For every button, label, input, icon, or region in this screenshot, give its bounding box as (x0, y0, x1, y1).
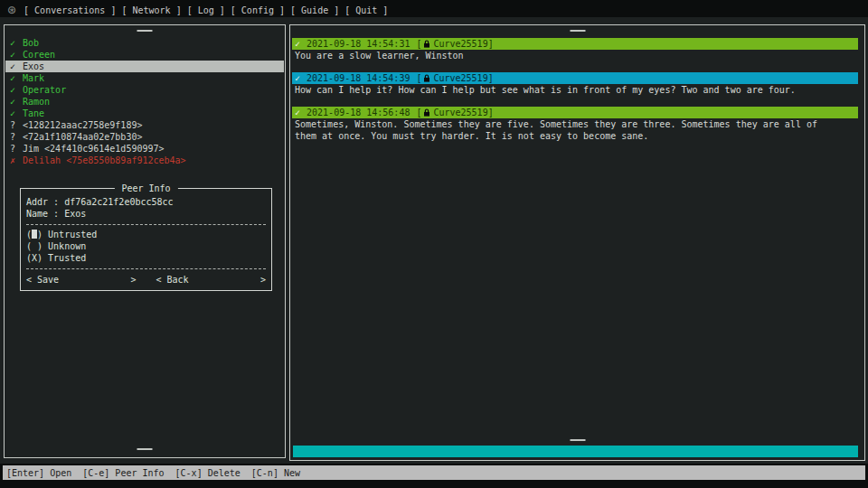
button-label: < Save (26, 274, 59, 286)
peer-row[interactable]: ✓Ramon (5, 96, 284, 108)
button-label: < Back (156, 274, 189, 286)
message: ✓2021-09-18 14:54:31[Curve25519]You are … (292, 38, 863, 61)
peer-name: Bob (23, 37, 39, 49)
scroll-indicator-top (137, 30, 153, 32)
message-body: Sometimes, Winston. Sometimes they are f… (292, 118, 835, 142)
dialog-title: Peer Info (114, 183, 177, 194)
menu-bar: ⊛ [ Conversations ][ Network ][ Log ][ C… (3, 3, 865, 17)
check-icon: ✓ (10, 72, 23, 84)
hint-open: [Enter] Open (6, 468, 71, 478)
back-button[interactable]: < Back> (156, 274, 267, 286)
hint-new: [C-n] New (251, 468, 300, 478)
message-header: ✓2021-09-18 14:54:31[Curve25519] (292, 38, 858, 50)
status-bar: [Enter] Open[C-e] Peer Info[C-x] Delete[… (3, 465, 865, 480)
button-arrow: > (260, 274, 266, 286)
question-icon: ? (10, 119, 23, 131)
peer-row[interactable]: ?Jim <24f410c9614e1d590997> (5, 143, 284, 155)
name-label: Name : (26, 209, 59, 219)
peer-name: Operator (23, 84, 66, 96)
x-icon: ✗ (10, 155, 23, 166)
menu-item-log[interactable]: [ Log ] (187, 5, 225, 15)
peer-name: Exos (23, 61, 44, 72)
peer-info-dialog: Peer Info Addr : df76a2c21f2e0bcc58cc Na… (20, 188, 272, 291)
question-icon: ? (10, 131, 23, 143)
dialog-divider (26, 268, 266, 269)
check-icon: ✓ (10, 84, 23, 96)
menu-item-guide[interactable]: [ Guide ] (290, 5, 339, 15)
peer-row[interactable]: ✓Exos (5, 61, 284, 72)
lock-icon (423, 74, 430, 82)
addr-label: Addr : (26, 197, 59, 207)
name-value: Exos (64, 209, 86, 219)
scroll-indicator-bottom (137, 448, 153, 450)
peer-name: Tane (23, 108, 44, 119)
peer-name-row: Name : Exos (26, 208, 266, 220)
dialog-divider (26, 224, 266, 225)
radio-untrusted[interactable]: () Untrusted (26, 229, 266, 240)
peer-name: Coreen (23, 49, 55, 61)
check-icon: ✓ (295, 108, 300, 117)
peer-row[interactable]: ?<128212aaac2758e9f189> (5, 119, 284, 131)
peer-row[interactable]: ✓Tane (5, 108, 284, 119)
peer-row[interactable]: ✓Bob (5, 37, 284, 49)
message-timestamp: 2021-09-18 14:54:31 (307, 39, 410, 49)
peer-name: Jim <24f410c9614e1d590997> (23, 143, 165, 155)
peer-addr-row: Addr : df76a2c21f2e0bcc58cc (26, 196, 266, 208)
peer-name: <72a1f10874aa02e7bb30> (23, 131, 142, 143)
message-body: You are a slow learner, Winston (292, 50, 835, 61)
peer-row[interactable]: ?<72a1f10874aa02e7bb30> (5, 131, 284, 143)
peer-row[interactable]: ✓Mark (5, 72, 284, 84)
peer-row[interactable]: ✗Delilah <75e8550b89af912ceb4a> (5, 155, 284, 166)
menu-item-conversations[interactable]: [ Conversations ] (24, 5, 116, 15)
addr-value: df76a2c21f2e0bcc58cc (64, 197, 173, 207)
check-icon: ✓ (10, 37, 23, 49)
check-icon: ✓ (295, 73, 300, 83)
bracket: [ (416, 73, 421, 83)
radio-label: Trusted (42, 253, 86, 263)
peer-name: Delilah <75e8550b89af912ceb4a> (23, 155, 186, 166)
encryption-label: Curve25519 (433, 73, 487, 83)
check-icon: ✓ (10, 108, 23, 119)
check-icon: ✓ (10, 49, 23, 61)
bracket: [ (416, 108, 421, 117)
menu-item-quit[interactable]: [ Quit ] (344, 5, 388, 15)
check-icon: ✓ (10, 96, 23, 108)
message-timestamp: 2021-09-18 14:54:39 (307, 73, 410, 83)
peer-row[interactable]: ✓Coreen (5, 49, 284, 61)
bracket: [ (416, 39, 421, 49)
hint-peer-info: [C-e] Peer Info (82, 468, 164, 478)
peer-name: Mark (23, 72, 44, 84)
peer-name: <128212aaac2758e9f189> (23, 119, 142, 131)
bracket: ] (488, 73, 494, 83)
peer-row[interactable]: ✓Operator (5, 84, 284, 96)
scroll-indicator-top (570, 30, 585, 32)
peer-name: Ramon (23, 96, 50, 108)
check-icon: ✓ (295, 39, 300, 49)
radio-label: Untrusted (42, 230, 97, 239)
trust-radio-group: () Untrusted( ) Unknown(X) Trusted (26, 229, 266, 264)
check-icon: ✓ (10, 61, 23, 72)
app-logo-icon: ⊛ (7, 5, 16, 15)
button-arrow: > (130, 274, 136, 286)
radio-unknown[interactable]: ( ) Unknown (26, 240, 266, 252)
conversation-panel: ✓2021-09-18 14:54:31[Curve25519]You are … (289, 24, 865, 461)
lock-icon (423, 40, 430, 48)
scroll-indicator-bottom (570, 439, 585, 441)
message-input-bar[interactable] (293, 446, 858, 457)
hint-delete: [C-x] Delete (175, 468, 241, 478)
save-button[interactable]: < Save> (26, 274, 137, 286)
menu-item-config[interactable]: [ Config ] (231, 5, 285, 15)
message: ✓2021-09-18 14:56:48[Curve25519]Sometime… (292, 107, 863, 142)
menu-item-network[interactable]: [ Network ] (121, 5, 181, 15)
message-list: ✓2021-09-18 14:54:31[Curve25519]You are … (292, 38, 863, 153)
encryption-label: Curve25519 (433, 108, 487, 117)
lock-icon (423, 108, 430, 117)
dialog-buttons: < Save>< Back> (26, 273, 266, 286)
radio-trusted[interactable]: (X) Trusted (26, 252, 266, 264)
peer-list: ✓Bob✓Coreen✓Exos✓Mark✓Operator✓Ramon✓Tan… (5, 37, 284, 166)
bracket: ] (488, 39, 494, 49)
message-timestamp: 2021-09-18 14:56:48 (307, 108, 410, 117)
question-icon: ? (10, 143, 23, 155)
message: ✓2021-09-18 14:54:39[Curve25519]How can … (292, 72, 863, 96)
message-header: ✓2021-09-18 14:54:39[Curve25519] (292, 72, 858, 84)
